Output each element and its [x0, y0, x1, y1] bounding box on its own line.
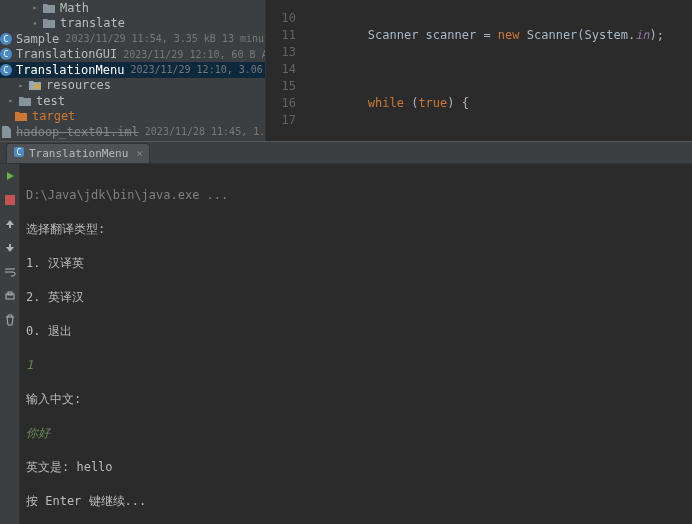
tree-label: resources [46, 78, 111, 92]
tree-item-translate[interactable]: ▾translate [0, 16, 265, 32]
tree-label: target [32, 109, 75, 123]
chevron-icon[interactable]: ▾ [28, 19, 42, 28]
tree-label: hadoop_text01.iml [16, 125, 139, 139]
run-tab-translationmenu[interactable]: C TranslationMenu × [6, 143, 150, 163]
tree-item-translationgui[interactable]: CTranslationGUI2023/11/29 12:10, 60 B A … [0, 47, 265, 63]
svg-text:C: C [4, 35, 9, 44]
run-toolbar [0, 164, 20, 524]
folder-icon [42, 1, 56, 15]
code-editor[interactable]: 10 11 13 14 15 16 17 Scanner scanner = n… [266, 0, 692, 141]
class-icon: C [0, 32, 12, 46]
folder-icon [18, 94, 32, 108]
tree-item-math[interactable]: ▸Math [0, 0, 265, 16]
print-icon[interactable] [2, 288, 18, 304]
chevron-icon[interactable]: ▸ [28, 3, 42, 12]
run-tab-label: TranslationMenu [29, 147, 128, 160]
stop-icon[interactable] [2, 192, 18, 208]
svg-text:C: C [4, 50, 9, 59]
class-icon: C [0, 63, 12, 77]
tree-label: test [36, 94, 65, 108]
tree-item-test[interactable]: ▸test [0, 93, 265, 109]
trash-icon[interactable] [2, 312, 18, 328]
tree-meta: 2023/11/28 11:45, 1.97 kB [145, 126, 266, 137]
tree-label: TranslationMenu [16, 63, 124, 77]
console-input: 你好 [26, 425, 686, 442]
tree-item-sample[interactable]: CSample2023/11/29 11:54, 3.35 kB 13 minu… [0, 31, 265, 47]
run-config-icon: C [13, 146, 25, 161]
chevron-icon[interactable]: ▸ [14, 81, 28, 90]
svg-rect-10 [5, 195, 15, 205]
tree-meta: 2023/11/29 12:10, 3.06 kB [130, 64, 266, 75]
tree-label: Math [60, 1, 89, 15]
tree-item-translationmenu[interactable]: CTranslationMenu2023/11/29 12:10, 3.06 k… [0, 62, 265, 78]
chevron-icon[interactable]: ▸ [4, 96, 18, 105]
editor-gutter: 10 11 13 14 15 16 17 [266, 10, 310, 141]
console-input: 1 [26, 357, 686, 374]
file-icon [0, 125, 12, 139]
folder-o-icon [14, 109, 28, 123]
run-console[interactable]: D:\Java\jdk\bin\java.exe ... 选择翻译类型: 1. … [20, 164, 692, 524]
code-lines[interactable]: Scanner scanner = new Scanner(System.in)… [310, 10, 692, 141]
tree-label: TranslationGUI [16, 47, 117, 61]
down-icon[interactable] [2, 240, 18, 256]
svg-rect-6 [34, 84, 40, 89]
up-icon[interactable] [2, 216, 18, 232]
tree-item-target[interactable]: target [0, 109, 265, 125]
folder-icon [42, 16, 56, 30]
tree-meta: 2023/11/29 12:10, 60 B A mi [123, 49, 266, 60]
tree-item-resources[interactable]: ▸resources [0, 78, 265, 94]
tree-item-hadoop-text01-iml[interactable]: hadoop_text01.iml2023/11/28 11:45, 1.97 … [0, 124, 265, 140]
class-icon: C [0, 47, 12, 61]
run-tabs[interactable]: C TranslationMenu × [0, 142, 692, 164]
svg-marker-9 [7, 172, 14, 180]
folder-r-icon [28, 78, 42, 92]
rerun-icon[interactable] [2, 168, 18, 184]
tree-label: translate [60, 16, 125, 30]
run-tool-window: C TranslationMenu × D:\Java\jdk\bin\java… [0, 141, 692, 524]
close-icon[interactable]: × [136, 147, 143, 160]
tree-label: Sample [16, 32, 59, 46]
svg-text:C: C [4, 66, 9, 75]
soft-wrap-icon[interactable] [2, 264, 18, 280]
svg-text:C: C [17, 148, 22, 157]
project-tree[interactable]: ▸Math▾translateCSample2023/11/29 11:54, … [0, 0, 266, 141]
tree-meta: 2023/11/29 11:54, 3.35 kB 13 minutes [65, 33, 266, 44]
console-cmd: D:\Java\jdk\bin\java.exe ... [26, 187, 686, 204]
